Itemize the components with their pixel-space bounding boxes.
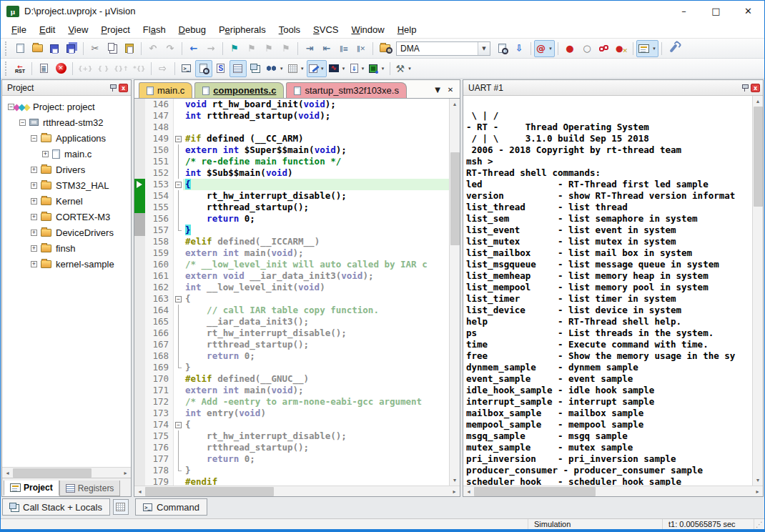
kill-all-breakpoints-button[interactable]: ●: [613, 40, 630, 57]
step-into-button[interactable]: {+}: [76, 60, 94, 77]
fold-collapse-icon[interactable]: −: [175, 136, 182, 142]
save-button[interactable]: [46, 40, 63, 57]
pin-icon[interactable]: [109, 84, 116, 92]
fold-margin[interactable]: −: [174, 419, 183, 430]
dropdown-caret-icon[interactable]: ▼: [548, 46, 553, 51]
save-all-button[interactable]: [63, 40, 80, 57]
project-windows-button[interactable]: ▼: [636, 40, 658, 57]
tree-item-stm32-hal[interactable]: +STM32_HAL: [2, 177, 131, 193]
menu-flash[interactable]: Flash: [137, 22, 172, 37]
memory-window-button[interactable]: [113, 499, 129, 515]
fold-collapse-icon[interactable]: −: [175, 182, 182, 188]
editor-hscrollbar[interactable]: ◂ ▸: [134, 486, 460, 496]
tree-expander[interactable]: +: [31, 214, 37, 220]
find-button[interactable]: [493, 40, 510, 57]
tree-item-cortex-m3[interactable]: +CORTEX-M3: [2, 209, 131, 225]
fold-margin[interactable]: −: [174, 133, 183, 144]
project-tree[interactable]: −Project: project−rtthread-stm32−Applica…: [2, 96, 131, 467]
tree-item-finsh[interactable]: +finsh: [2, 240, 131, 256]
tab-registers[interactable]: Registers: [59, 481, 121, 496]
tree-expander[interactable]: −: [8, 104, 14, 110]
menu-project[interactable]: Project: [94, 22, 136, 37]
fold-margin[interactable]: −: [174, 179, 183, 190]
navigate-forward-button[interactable]: →: [202, 40, 219, 57]
scroll-thumb[interactable]: [450, 152, 460, 245]
tab-list-dropdown-icon[interactable]: ▼: [431, 84, 444, 97]
close-icon[interactable]: x: [119, 84, 128, 92]
insert-bookmark-button[interactable]: ⚑: [226, 40, 243, 57]
tree-expander[interactable]: +: [31, 198, 37, 205]
next-bookmark-button[interactable]: ⚑: [260, 40, 277, 57]
clear-bookmarks-button[interactable]: ⚑: [277, 40, 295, 57]
maximize-button[interactable]: □: [700, 1, 732, 21]
outdent-button[interactable]: ⇤: [318, 40, 335, 57]
stop-button[interactable]: ✕: [52, 60, 69, 77]
menu-help[interactable]: Help: [391, 22, 423, 37]
call-stack-window-button[interactable]: [247, 60, 264, 77]
close-button[interactable]: ✕: [732, 1, 764, 21]
editor-tab-main-c[interactable]: main.c: [139, 82, 192, 98]
scroll-thumb[interactable]: [13, 468, 92, 478]
disable-all-breakpoints-button[interactable]: [596, 40, 613, 57]
memory-window-button[interactable]: ▼: [286, 60, 307, 77]
navigate-back-button[interactable]: ←: [185, 40, 202, 57]
editor-tab-components-c[interactable]: components.c: [194, 82, 284, 98]
tree-expander[interactable]: +: [31, 230, 37, 236]
paste-button[interactable]: [121, 40, 138, 57]
reset-button[interactable]: RST: [11, 60, 29, 77]
toolbar-grip[interactable]: [5, 41, 9, 56]
tab-command[interactable]: >_ Command: [135, 498, 207, 516]
insert-breakpoint-button[interactable]: ●: [561, 40, 578, 57]
tree-item-devicedrivers[interactable]: +DeviceDrivers: [2, 225, 131, 240]
search-combobox[interactable]: DMA▼: [396, 41, 490, 56]
scroll-right-icon[interactable]: ▸: [752, 486, 763, 497]
show-next-statement-button[interactable]: ⇨: [154, 60, 172, 77]
tree-expander[interactable]: +: [31, 182, 37, 189]
fold-collapse-icon[interactable]: −: [175, 422, 182, 428]
tab-project[interactable]: Project: [4, 481, 59, 496]
scroll-thumb[interactable]: [474, 487, 596, 496]
uncomment-button[interactable]: ∥✕: [352, 40, 370, 57]
dropdown-caret-icon[interactable]: ▼: [380, 66, 385, 71]
menu-svcs[interactable]: SVCS: [307, 22, 345, 37]
scroll-right-icon[interactable]: ▸: [120, 468, 131, 478]
serial-window-button[interactable]: ▼: [307, 60, 327, 77]
tab-call-stack-locals[interactable]: Call Stack + Locals: [2, 498, 110, 516]
dropdown-caret-icon[interactable]: ▼: [342, 66, 346, 71]
dropdown-caret-icon[interactable]: ▼: [300, 66, 305, 71]
menu-file[interactable]: File: [5, 22, 33, 37]
menu-debug[interactable]: Debug: [172, 22, 212, 37]
menu-tools[interactable]: Tools: [272, 22, 307, 37]
editor-vscrollbar[interactable]: ▴ ▾: [449, 99, 460, 486]
trace-window-button[interactable]: ⇓▼: [348, 60, 367, 77]
watch-window-button[interactable]: ▼: [264, 60, 286, 77]
menu-window[interactable]: Window: [345, 22, 390, 37]
tree-item-kernel[interactable]: +Kernel: [2, 193, 131, 209]
code-editor[interactable]: 146void rt_hw_board_init(void);147int rt…: [134, 99, 449, 486]
scroll-thumb[interactable]: [754, 107, 763, 207]
configure-button[interactable]: [665, 40, 682, 57]
editor-tab-startup-stm32f103xe-s[interactable]: startup_stm32f103xe.s: [286, 82, 407, 98]
tree-item-project-project[interactable]: −Project: project: [2, 99, 131, 114]
redo-button[interactable]: ↷: [162, 40, 179, 57]
tree-expander[interactable]: +: [31, 167, 37, 173]
open-file-button[interactable]: [29, 40, 46, 57]
menu-edit[interactable]: Edit: [33, 22, 61, 37]
dropdown-caret-icon[interactable]: ▼: [361, 66, 365, 71]
scroll-right-icon[interactable]: ▸: [449, 486, 460, 497]
new-file-button[interactable]: [11, 40, 29, 57]
command-window-button[interactable]: >_: [178, 60, 195, 77]
scroll-left-icon[interactable]: ◂: [2, 468, 13, 478]
enable-breakpoint-button[interactable]: ○: [578, 40, 596, 57]
fold-margin[interactable]: −: [174, 293, 183, 305]
toolbar-grip[interactable]: [5, 61, 9, 76]
scroll-up-icon[interactable]: ▴: [753, 96, 764, 107]
tree-item-applications[interactable]: −Applications: [2, 130, 131, 146]
run-to-cursor-button[interactable]: *{}: [131, 60, 148, 77]
tree-expander[interactable]: +: [31, 261, 37, 267]
analysis-window-button[interactable]: ∿▼: [327, 60, 348, 77]
menu-view[interactable]: View: [61, 22, 94, 37]
tree-expander[interactable]: +: [31, 245, 37, 252]
tree-item-kernel-sample[interactable]: +kernel-sample: [2, 256, 131, 272]
combo-dropdown-icon[interactable]: ▼: [478, 42, 490, 55]
